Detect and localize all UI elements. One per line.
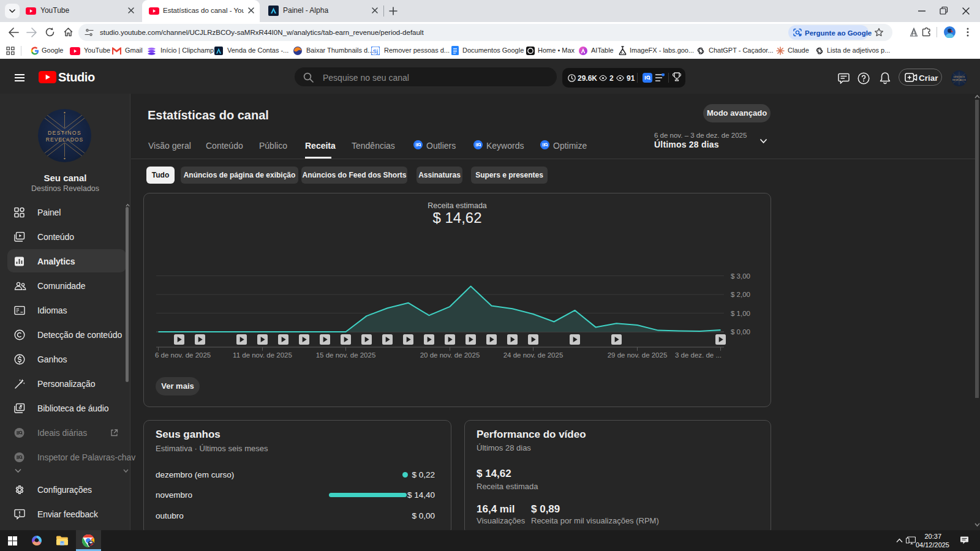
svg-text:REVELADOS: REVELADOS bbox=[952, 79, 966, 81]
svg-text:29 de nov. de 2025: 29 de nov. de 2025 bbox=[608, 351, 668, 359]
svg-text:$ 1,00: $ 1,00 bbox=[731, 310, 750, 317]
svg-text:15 de nov. de 2025: 15 de nov. de 2025 bbox=[316, 351, 376, 359]
svg-text:24 de nov. de 2025: 24 de nov. de 2025 bbox=[503, 351, 564, 359]
svg-text:DESTINOS: DESTINOS bbox=[48, 130, 81, 136]
svg-text:Sj: Sj bbox=[373, 48, 379, 54]
svg-text:6 de nov. de 2025: 6 de nov. de 2025 bbox=[155, 351, 211, 359]
svg-text:$ 0,00: $ 0,00 bbox=[731, 328, 750, 335]
svg-text:20 de nov. de 2025: 20 de nov. de 2025 bbox=[420, 351, 480, 359]
svg-text:11 de nov. de 2025: 11 de nov. de 2025 bbox=[233, 351, 292, 359]
svg-text:$ 2,00: $ 2,00 bbox=[731, 291, 750, 298]
svg-text:$ 3,00: $ 3,00 bbox=[731, 272, 750, 280]
svg-text:REVELADOS: REVELADOS bbox=[46, 137, 84, 143]
svg-text:3 de dez. de ...: 3 de dez. de ... bbox=[675, 351, 722, 359]
svg-text:DESTINOS: DESTINOS bbox=[954, 76, 965, 78]
